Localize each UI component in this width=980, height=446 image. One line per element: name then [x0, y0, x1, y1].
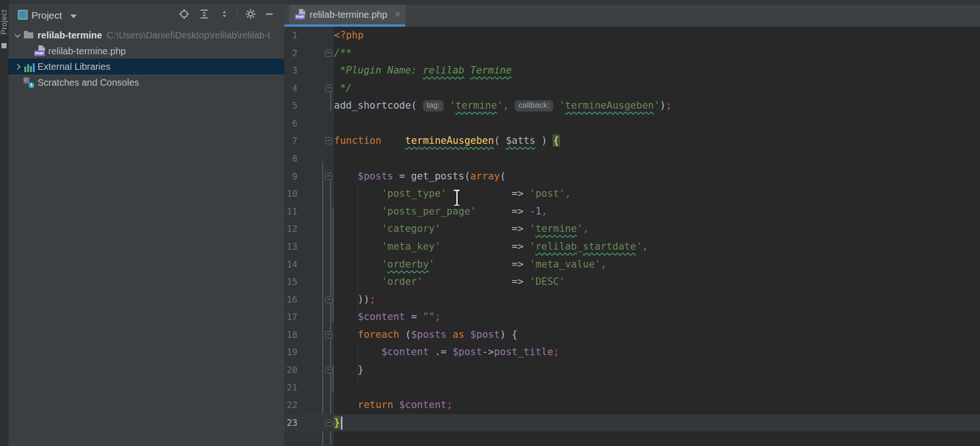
fold-toggle-icon[interactable]: − — [325, 296, 332, 303]
line-number: 10 — [284, 185, 297, 203]
editor: PHP relilab-termine.php × 1<?php2−/**3 *… — [284, 0, 980, 446]
code-text[interactable]: 'orderby' => 'meta_value', — [334, 256, 607, 274]
line-number: 19 — [284, 343, 297, 361]
param-hint-chip: callback: — [515, 100, 553, 112]
code-line-18[interactable]: 18− foreach ($posts as $post) { — [284, 326, 980, 344]
code-text[interactable]: 'post_type' => 'post', — [334, 185, 571, 203]
code-line-3[interactable]: 3 *Plugin Name: relilab Termine — [284, 62, 980, 80]
expand-all-icon[interactable] — [199, 9, 209, 19]
code-text[interactable]: add_shortcode( tag: 'termine', callback:… — [334, 97, 672, 115]
code-text[interactable]: } — [334, 361, 364, 379]
hide-panel-icon[interactable] — [264, 9, 275, 19]
code-text[interactable]: 'posts_per_page' => -1, — [334, 203, 547, 221]
code-line-16[interactable]: 16− )); — [284, 291, 980, 309]
fold-toggle-icon[interactable]: − — [325, 173, 332, 180]
code-text[interactable]: <?php — [334, 27, 364, 45]
php-file-icon: PHP — [34, 45, 45, 57]
code-line-8[interactable]: 8 — [284, 150, 980, 168]
left-tool-stripe: Project — [0, 0, 8, 446]
fold-toggle-icon[interactable]: − — [325, 419, 332, 426]
code-text[interactable]: function termineAusgeben( $atts ) { — [334, 132, 559, 150]
code-line-17[interactable]: 17 $content = ""; — [284, 308, 980, 326]
project-stripe-button[interactable]: Project — [0, 6, 8, 38]
tab-relilab-termine-php[interactable]: PHP relilab-termine.php × — [289, 5, 405, 24]
tree-row-relilab-termine[interactable]: relilab-termineC:\Users\Daniel\Desktop\r… — [8, 27, 284, 43]
code-line-4[interactable]: 4− */ — [284, 80, 980, 97]
code-line-15[interactable]: 15 'order' => 'DESC' — [284, 273, 980, 291]
code-text[interactable]: return $content; — [334, 396, 453, 414]
line-number: 13 — [284, 238, 297, 256]
code-line-2[interactable]: 2−/** — [284, 45, 980, 62]
phpstorm-window: Project Project — [0, 0, 980, 446]
project-panel-title[interactable]: Project — [31, 10, 62, 21]
tree-row-external-libraries[interactable]: External Libraries — [8, 59, 284, 74]
code-line-6[interactable]: 6 — [284, 115, 980, 133]
tree-row-scratches-and-consoles[interactable]: Scratches and Consoles — [8, 74, 284, 90]
code-line-23[interactable]: 23−} — [284, 414, 980, 432]
code-line-22[interactable]: 22 return $content; — [284, 396, 980, 414]
tree-item-label: relilab-termine — [37, 30, 102, 41]
tree-item-label: Scratches and Consoles — [37, 77, 139, 88]
code-line-13[interactable]: 13 'meta_key' => 'relilab_startdate', — [284, 238, 980, 256]
tree-item-label: External Libraries — [37, 61, 111, 72]
fold-toggle-icon[interactable]: − — [325, 50, 332, 57]
code-text[interactable]: )); — [334, 291, 376, 309]
tool-stripe-icon[interactable] — [1, 43, 7, 48]
fold-toggle-icon[interactable]: − — [325, 137, 332, 144]
code-lines: 1<?php2−/**3 *Plugin Name: relilab Termi… — [284, 27, 980, 431]
line-number: 7 — [284, 132, 297, 150]
project-tree: relilab-termineC:\Users\Daniel\Desktop\r… — [8, 24, 284, 446]
fold-toggle-icon[interactable]: − — [325, 85, 332, 92]
code-line-11[interactable]: 11 'posts_per_page' => -1, — [284, 203, 980, 221]
tree-item-path: C:\Users\Daniel\Desktop\relilab\relilab-… — [107, 30, 270, 41]
chevron-down-icon[interactable] — [15, 31, 21, 37]
chevron-down-icon[interactable] — [70, 15, 77, 18]
line-number: 14 — [284, 256, 297, 274]
code-text[interactable]: $content .= $post->post_title; — [334, 343, 559, 361]
code-line-12[interactable]: 12 'category' => 'termine', — [284, 220, 980, 238]
code-text[interactable]: 'meta_key' => 'relilab_startdate', — [334, 238, 648, 256]
line-number: 1 — [284, 27, 297, 45]
line-number: 4 — [284, 80, 297, 97]
settings-icon[interactable] — [245, 9, 256, 19]
line-number: 6 — [284, 115, 297, 133]
line-number: 11 — [284, 203, 297, 221]
code-text[interactable]: foreach ($posts as $post) { — [334, 326, 518, 344]
code-line-14[interactable]: 14 'orderby' => 'meta_value', — [284, 256, 980, 274]
collapse-all-icon[interactable] — [219, 9, 230, 19]
code-text[interactable]: */ — [334, 80, 352, 97]
project-panel: Project relilab — [8, 0, 284, 446]
mouse-cursor-ibeam — [453, 190, 460, 206]
code-line-19[interactable]: 19 $content .= $post->post_title; — [284, 343, 980, 361]
code-line-7[interactable]: 7−function termineAusgeben( $atts ) { — [284, 132, 980, 150]
code-text[interactable]: $posts = get_posts(array( — [334, 168, 506, 186]
editor-tab-bar: PHP relilab-termine.php × — [284, 0, 980, 27]
code-text[interactable]: 'category' => 'termine', — [334, 220, 589, 238]
code-line-20[interactable]: 20− } — [284, 361, 980, 379]
line-number: 20 — [284, 361, 297, 379]
line-number: 3 — [284, 62, 297, 80]
fold-toggle-icon[interactable]: − — [325, 331, 332, 338]
folder-icon — [23, 30, 35, 41]
locate-icon[interactable] — [179, 9, 189, 19]
line-number: 2 — [284, 45, 297, 62]
code-line-1[interactable]: 1<?php — [284, 27, 980, 45]
close-icon[interactable]: × — [394, 10, 401, 19]
code-text[interactable]: *Plugin Name: relilab Termine — [334, 62, 512, 80]
project-panel-header: Project — [8, 4, 284, 24]
code-text[interactable]: 'order' => 'DESC' — [334, 273, 565, 291]
code-area[interactable]: 1<?php2−/**3 *Plugin Name: relilab Termi… — [284, 27, 980, 446]
code-line-5[interactable]: 5add_shortcode( tag: 'termine', callback… — [284, 97, 980, 115]
text-caret — [341, 416, 342, 430]
chevron-right-icon[interactable] — [15, 64, 21, 70]
code-line-10[interactable]: 10 'post_type' => 'post', — [284, 185, 980, 203]
code-text[interactable]: } — [334, 414, 340, 432]
code-text[interactable]: $content = ""; — [334, 308, 441, 326]
tree-row-relilab-termine-php[interactable]: PHPrelilab-termine.php — [8, 43, 284, 59]
code-line-21[interactable]: 21 — [284, 379, 980, 397]
fold-toggle-icon[interactable]: − — [325, 366, 332, 373]
code-text[interactable]: /** — [334, 45, 352, 62]
code-line-9[interactable]: 9− $posts = get_posts(array( — [284, 168, 980, 186]
param-hint-chip: tag: — [423, 100, 444, 112]
tree-item-label: relilab-termine.php — [48, 46, 126, 57]
